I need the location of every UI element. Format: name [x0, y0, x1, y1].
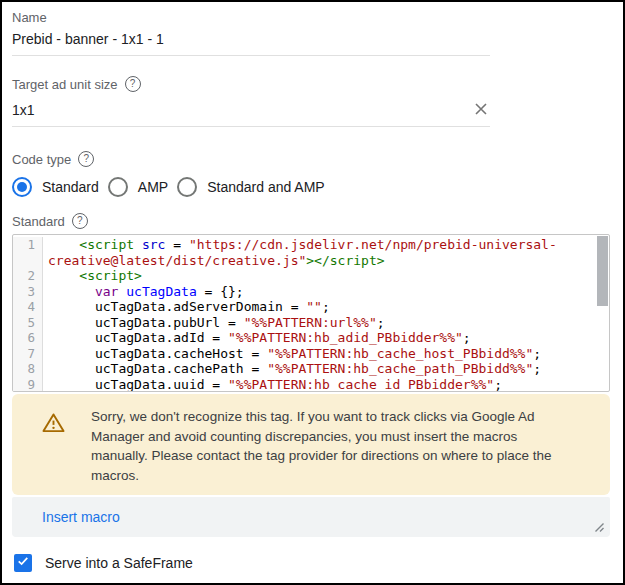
macro-toolbar: Insert macro — [12, 497, 610, 537]
checkmark-icon — [16, 554, 30, 572]
name-label: Name — [12, 10, 610, 25]
insert-macro-link[interactable]: Insert macro — [42, 509, 120, 525]
tag-warning-banner: Sorry, we don't recognize this tag. If y… — [12, 394, 610, 495]
target-size-label: Target ad unit size ? — [12, 76, 610, 92]
safeframe-row: Serve into a SafeFrame — [12, 554, 610, 572]
help-icon[interactable]: ? — [72, 213, 88, 229]
target-size-input[interactable]: 1x1 — [12, 96, 490, 127]
line-number: 5 — [13, 315, 43, 331]
code-line-text: ucTagData.adServerDomain = ""; — [43, 299, 609, 315]
code-line: 9 ucTagData.uuid = "%%PATTERN:hb_cache_i… — [13, 377, 609, 393]
clear-size-button[interactable] — [472, 100, 490, 121]
code-line: 7 ucTagData.cacheHost = "%%PATTERN:hb_ca… — [13, 346, 609, 362]
line-number: 3 — [13, 284, 43, 300]
safeframe-checkbox[interactable] — [14, 554, 32, 572]
code-line: 2 <script> — [13, 268, 609, 284]
code-line: 3 var ucTagData = {}; — [13, 284, 609, 300]
code-type-label: Code type ? — [12, 151, 610, 167]
code-lines: 1 <script src = "https://cdn.jsdelivr.ne… — [13, 235, 609, 392]
code-type-section: Code type ? Standard AMP Standard and AM… — [12, 151, 610, 197]
code-line-text: ucTagData.adId = "%%PATTERN:hb_adid_PBbi… — [43, 330, 609, 346]
help-icon[interactable]: ? — [78, 151, 94, 167]
code-line-text: <script> — [43, 268, 609, 284]
line-number: 2 — [13, 268, 43, 284]
name-field: Name Prebid - banner - 1x1 - 1 — [12, 10, 610, 56]
warning-message: Sorry, we don't recognize this tag. If y… — [91, 407, 574, 485]
line-number: 8 — [13, 361, 43, 377]
radio-icon — [177, 177, 197, 197]
standard-code-label: Standard ? — [12, 213, 610, 229]
radio-option-standard-and-amp[interactable]: Standard and AMP — [177, 177, 325, 197]
help-icon[interactable]: ? — [125, 76, 141, 92]
code-type-label-text: Code type — [12, 152, 71, 167]
radio-label: Standard — [42, 179, 99, 195]
radio-label: Standard and AMP — [207, 179, 325, 195]
code-line-text: ucTagData.pubUrl = "%%PATTERN:url%%"; — [43, 315, 609, 331]
name-value: Prebid - banner - 1x1 - 1 — [12, 31, 164, 47]
editor-scrollbar-thumb[interactable] — [597, 236, 608, 306]
radio-option-standard[interactable]: Standard — [12, 177, 99, 197]
creative-settings-form: Name Prebid - banner - 1x1 - 1 Target ad… — [2, 2, 623, 572]
target-size-field: Target ad unit size ? 1x1 — [12, 76, 610, 127]
line-number: 4 — [13, 299, 43, 315]
x-clear-icon — [472, 100, 490, 121]
standard-label-text: Standard — [12, 214, 65, 229]
target-size-label-text: Target ad unit size — [12, 77, 118, 92]
radio-option-amp[interactable]: AMP — [108, 177, 168, 197]
safeframe-label: Serve into a SafeFrame — [45, 555, 193, 571]
code-line: 6 ucTagData.adId = "%%PATTERN:hb_adid_PB… — [13, 330, 609, 346]
code-line-text: <script src = "https://cdn.jsdelivr.net/… — [43, 237, 609, 268]
code-line-text: ucTagData.cachePath = "%%PATTERN:hb_cach… — [43, 361, 609, 377]
target-size-value: 1x1 — [12, 102, 35, 118]
radio-icon — [108, 177, 128, 197]
code-type-radio-group: Standard AMP Standard and AMP — [12, 177, 610, 197]
line-number: 6 — [13, 330, 43, 346]
code-line-text: var ucTagData = {}; — [43, 284, 609, 300]
resize-handle-icon[interactable] — [592, 520, 605, 533]
code-line-text: ucTagData.uuid = "%%PATTERN:hb_cache_id_… — [43, 377, 609, 393]
line-number: 1 — [13, 237, 43, 268]
code-line: 5 ucTagData.pubUrl = "%%PATTERN:url%%"; — [13, 315, 609, 331]
code-line: 1 <script src = "https://cdn.jsdelivr.ne… — [13, 237, 609, 268]
radio-label: AMP — [138, 179, 168, 195]
line-number: 9 — [13, 377, 43, 393]
warning-triangle-icon — [42, 412, 65, 437]
code-editor[interactable]: 1 <script src = "https://cdn.jsdelivr.ne… — [12, 234, 610, 392]
code-line: 4 ucTagData.adServerDomain = ""; — [13, 299, 609, 315]
name-input[interactable]: Prebid - banner - 1x1 - 1 — [12, 29, 490, 56]
code-line: 8 ucTagData.cachePath = "%%PATTERN:hb_ca… — [13, 361, 609, 377]
radio-icon-selected — [12, 177, 32, 197]
line-number: 7 — [13, 346, 43, 362]
code-line-text: ucTagData.cacheHost = "%%PATTERN:hb_cach… — [43, 346, 609, 362]
